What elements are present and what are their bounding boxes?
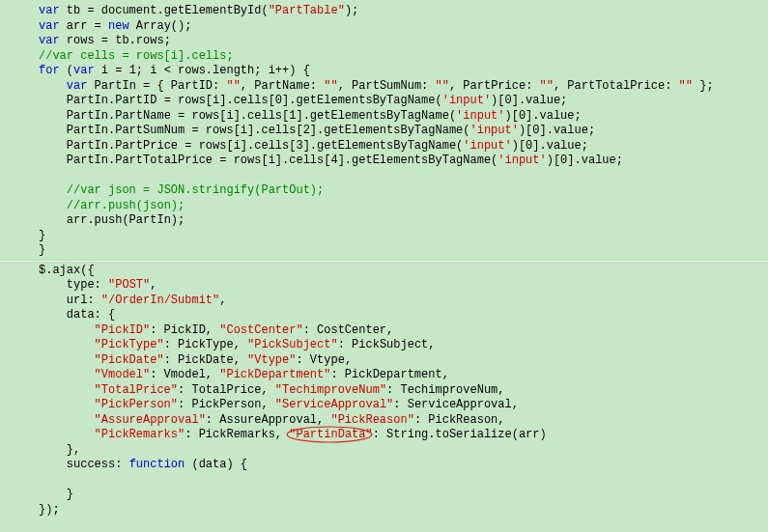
string-token: 'input'	[463, 139, 511, 153]
code-line: "PickDate": PickDate, "Vtype": Vtype,	[0, 353, 768, 369]
code-line: "TotalPrice": TotalPrice, "TechimproveNu…	[0, 383, 768, 399]
string-token: 'input'	[442, 94, 491, 107]
code-line: }	[0, 488, 768, 503]
code-line: for (var i = 1; i < rows.length; i++) {	[0, 64, 768, 79]
code-line: success: function (data) {	[0, 458, 768, 473]
code-line: PartIn.PartSumNum = rows[i].cells[2].get…	[0, 124, 768, 139]
code-line: //var json = JSON.stringify(PartOut);	[0, 183, 768, 199]
code-line: }	[0, 243, 768, 259]
keyword-token: var	[39, 34, 60, 47]
keyword-token: for	[39, 64, 60, 77]
comment-token: //var cells = rows[i].cells;	[39, 49, 234, 63]
string-token: "PickReason"	[330, 413, 413, 427]
string-token: "TotalPrice"	[95, 383, 178, 397]
code-line: "PickRemarks": PickRemarks, "PartinData"…	[0, 428, 768, 443]
code-line: arr.push(PartIn);	[0, 213, 768, 229]
string-token: "Vmodel"	[95, 368, 151, 381]
code-line: url: "/OrderIn/Submit",	[0, 294, 768, 309]
code-line: var rows = tb.rows;	[0, 34, 768, 49]
string-token: ""	[679, 79, 693, 93]
string-token: "PickPerson"	[95, 398, 178, 411]
code-line: data: {	[0, 308, 768, 323]
code-line: "AssureApproval": AssureApproval, "PickR…	[0, 413, 768, 429]
code-line: },	[0, 443, 768, 459]
string-token: "PartTable"	[269, 4, 345, 17]
string-token: "PickSubject"	[247, 338, 338, 351]
string-token: "POST"	[108, 278, 150, 292]
code-line: }	[0, 229, 768, 244]
code-line: "PickID": PickID, "CostCenter": CostCent…	[0, 323, 768, 339]
keyword-token: function	[129, 458, 185, 471]
string-token: "AssureApproval"	[95, 413, 206, 427]
string-token: "PickID"	[95, 323, 151, 337]
editor-gap	[0, 260, 768, 263]
keyword-token: var	[39, 19, 60, 33]
code-line: var tb = document.getElementById("PartTa…	[0, 4, 768, 19]
code-line: });	[0, 503, 768, 518]
string-token: "Vtype"	[247, 353, 296, 367]
string-token: "PickType"	[95, 338, 164, 351]
keyword-token: var	[67, 79, 88, 93]
keyword-token: new	[108, 19, 129, 33]
code-line: $.ajax({	[0, 264, 768, 279]
comment-token: //var json = JSON.stringify(PartOut);	[67, 183, 324, 197]
string-token: "PartinData"	[289, 428, 372, 441]
code-line: //var cells = rows[i].cells;	[0, 49, 768, 65]
code-line: //arr.push(json);	[0, 199, 768, 214]
string-token: "PickRemarks"	[95, 428, 185, 441]
code-editor: var tb = document.getElementById("PartTa…	[0, 0, 768, 532]
string-token: "ServiceApproval"	[275, 398, 393, 411]
string-token: "PickDate"	[95, 353, 164, 367]
string-token: ""	[540, 79, 554, 93]
string-token: 'input'	[469, 124, 518, 137]
code-line: PartIn.PartPrice = rows[i].cells[3].getE…	[0, 139, 768, 154]
code-line: PartIn.PartTotalPrice = rows[i].cells[4]…	[0, 154, 768, 169]
string-token: ""	[226, 79, 240, 93]
string-token: "TechimproveNum"	[275, 383, 386, 397]
code-line: "Vmodel": Vmodel, "PickDepartment": Pick…	[0, 368, 768, 383]
code-line: PartIn.PartID = rows[i].cells[0].getElem…	[0, 94, 768, 109]
string-token: "PickDepartment"	[219, 368, 330, 381]
code-line: PartIn.PartName = rows[i].cells[1].getEl…	[0, 109, 768, 125]
code-line	[0, 473, 768, 489]
string-token: "CostCenter"	[219, 323, 302, 337]
string-token: ""	[436, 79, 449, 93]
comment-token: //arr.push(json);	[67, 199, 185, 212]
code-line: var arr = new Array();	[0, 19, 768, 35]
highlighted-key: "PartinData"	[289, 428, 372, 443]
keyword-token: var	[39, 4, 60, 17]
string-token: ""	[324, 79, 337, 93]
string-token: 'input'	[456, 109, 504, 123]
string-token: "/OrderIn/Submit"	[101, 294, 219, 307]
code-line	[0, 169, 768, 184]
code-line: type: "POST",	[0, 278, 768, 294]
code-line: "PickPerson": PickPerson, "ServiceApprov…	[0, 398, 768, 413]
string-token: 'input'	[498, 154, 546, 167]
code-line: var PartIn = { PartID: "", PartName: "",…	[0, 79, 768, 95]
code-line: "PickType": PickType, "PickSubject": Pic…	[0, 338, 768, 353]
keyword-token: var	[73, 64, 95, 77]
